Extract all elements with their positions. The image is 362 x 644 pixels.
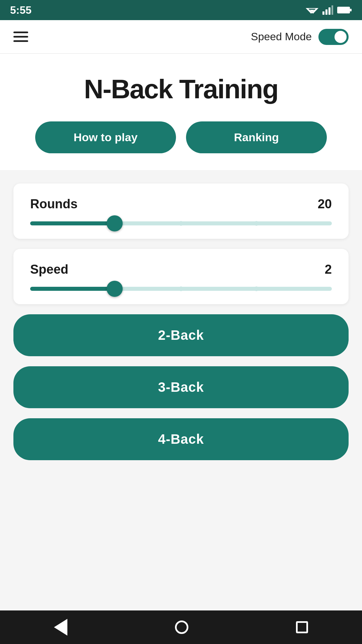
speed-slider-track[interactable]: [30, 287, 332, 291]
nav-back-button[interactable]: [54, 619, 67, 636]
hamburger-line-1: [13, 32, 28, 33]
four-back-button[interactable]: 4-Back: [13, 418, 349, 460]
speed-slider-thumb[interactable]: [107, 281, 123, 297]
status-time: 5:55: [10, 4, 32, 16]
three-back-button[interactable]: 3-Back: [13, 366, 349, 408]
how-to-play-button[interactable]: How to play: [35, 121, 176, 153]
home-circle-icon: [175, 621, 188, 634]
svg-rect-7: [331, 5, 333, 15]
rounds-label: Rounds: [30, 197, 77, 211]
speed-label: Speed: [30, 262, 68, 277]
svg-rect-9: [338, 7, 349, 13]
speed-slider-header: Speed 2: [30, 262, 332, 277]
rounds-slider-track[interactable]: [30, 221, 332, 225]
svg-rect-5: [325, 9, 327, 15]
nav-bar: [0, 610, 362, 644]
nav-home-button[interactable]: [175, 621, 188, 634]
status-bar: 5:55: [0, 0, 362, 20]
speed-slider-card: Speed 2: [13, 249, 349, 304]
rounds-slider-thumb[interactable]: [107, 215, 123, 231]
speed-tick-1: [179, 286, 183, 291]
battery-icon: [337, 6, 352, 14]
svg-rect-10: [350, 9, 352, 11]
header-section: N-Back Training How to play Ranking: [0, 54, 362, 170]
speed-slider-fill: [30, 287, 115, 291]
two-back-button[interactable]: 2-Back: [13, 314, 349, 356]
rounds-value: 20: [318, 197, 332, 211]
speed-mode-container: Speed Mode: [251, 29, 349, 45]
rounds-slider-header: Rounds 20: [30, 197, 332, 211]
rounds-tick-1: [179, 221, 183, 226]
rounds-slider-card: Rounds 20: [13, 183, 349, 239]
rounds-slider-fill: [30, 221, 115, 225]
hamburger-line-3: [13, 40, 28, 42]
nav-recent-button[interactable]: [296, 621, 308, 633]
speed-mode-toggle[interactable]: [318, 29, 349, 45]
menu-button[interactable]: [13, 32, 28, 42]
app-bar: Speed Mode: [0, 20, 362, 54]
speed-mode-label: Speed Mode: [251, 31, 312, 43]
top-button-row: How to play Ranking: [13, 121, 349, 153]
svg-rect-6: [328, 7, 330, 15]
content-section: Rounds 20 Speed 2 2-Back 3-Back 4-Back: [0, 170, 362, 460]
app-title: N-Back Training: [13, 74, 349, 105]
hamburger-line-2: [13, 36, 28, 38]
wifi-icon: [306, 5, 318, 15]
svg-rect-4: [322, 11, 324, 15]
rounds-tick-2: [254, 221, 259, 226]
ranking-button[interactable]: Ranking: [186, 121, 327, 153]
status-icons: [306, 5, 352, 15]
speed-tick-2: [254, 286, 259, 291]
signal-icon: [322, 5, 333, 15]
speed-value: 2: [325, 262, 332, 277]
recent-square-icon: [296, 621, 308, 633]
back-arrow-icon: [54, 619, 67, 636]
